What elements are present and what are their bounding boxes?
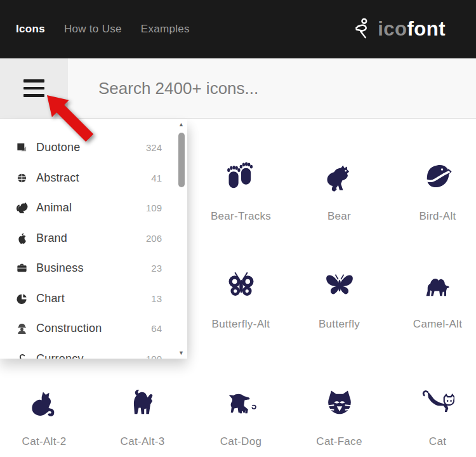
category-label: Chart — [36, 292, 140, 305]
hamburger-icon — [23, 79, 44, 83]
category-label: Animal — [36, 201, 140, 215]
sidebar-item-construction[interactable]: Construction 64 — [0, 314, 187, 344]
scroll-up-icon[interactable]: ▲ — [178, 120, 184, 129]
icon-label: Camel-Alt — [413, 318, 462, 331]
icon-label: Bear-Tracks — [211, 210, 271, 223]
icon-label: Cat — [429, 435, 446, 448]
sidebar-item-brand[interactable]: Brand 206 — [0, 223, 187, 254]
category-count: 100 — [140, 354, 162, 359]
search-input[interactable] — [68, 58, 476, 118]
icon-label: Cat-Alt-2 — [22, 435, 67, 448]
icon-tile-bear[interactable]: Bear — [290, 119, 388, 232]
category-count: 41 — [140, 173, 162, 183]
icon-label: Cat-Face — [316, 435, 362, 448]
category-label: Business — [36, 262, 140, 275]
bird-alt-icon — [421, 162, 454, 195]
icofont-logo[interactable]: icofont — [353, 17, 446, 42]
category-count: 324 — [140, 142, 162, 153]
category-label: Construction — [36, 322, 140, 335]
category-label: Abstract — [36, 171, 140, 185]
nav-link-icons[interactable]: Icons — [16, 23, 45, 36]
cat-dog-icon — [225, 387, 258, 420]
icon-label: Butterfly-Alt — [212, 318, 270, 331]
search-row — [0, 58, 476, 119]
cat-alt-3-icon — [126, 387, 159, 420]
butterfly-icon — [323, 270, 356, 303]
category-label: Currency — [36, 352, 140, 359]
category-count: 23 — [140, 263, 162, 274]
butterfly-alt-icon — [225, 270, 258, 303]
top-navbar: Icons How to Use Examples icofont — [0, 0, 476, 58]
sidebar-item-duotone[interactable]: Duotone 324 — [0, 133, 187, 163]
icofont-mascot-icon — [353, 17, 372, 42]
category-label: Brand — [36, 232, 140, 245]
scroll-down-icon[interactable]: ▼ — [178, 348, 184, 357]
category-list: Duotone 324 Abstract 41 Animal 109 Brand… — [0, 119, 187, 359]
icon-tile-bear-tracks[interactable]: Bear-Tracks — [192, 119, 290, 232]
icon-tile-butterfly-alt[interactable]: Butterfly-Alt — [192, 232, 290, 340]
bear-icon — [323, 162, 356, 195]
icon-label: Butterfly — [319, 318, 360, 331]
logo-prefix: ico — [378, 18, 407, 40]
dropdown-scrollbar[interactable]: ▲ ▼ — [177, 120, 185, 357]
worker-icon — [16, 322, 28, 334]
abstract-icon — [16, 172, 28, 184]
duotone-icon — [16, 142, 28, 154]
scrollbar-thumb[interactable] — [178, 133, 185, 187]
icon-tile-cat[interactable]: Cat — [388, 340, 476, 457]
logo-suffix: font — [407, 18, 446, 40]
scrollbar-track[interactable] — [178, 129, 185, 348]
category-menu-button[interactable] — [0, 58, 68, 118]
briefcase-icon — [16, 262, 28, 274]
sidebar-item-abstract[interactable]: Abstract 41 — [0, 163, 187, 194]
bear-tracks-icon — [225, 162, 258, 195]
cat-alt-2-icon — [28, 387, 61, 420]
category-dropdown: Duotone 324 Abstract 41 Animal 109 Brand… — [0, 119, 187, 359]
icon-tile-cat-face[interactable]: Cat-Face — [290, 340, 388, 457]
squirrel-icon — [16, 202, 28, 214]
icon-label: Cat-Alt-3 — [121, 435, 165, 448]
apple-logo-icon — [16, 232, 28, 244]
nav-link-how-to-use[interactable]: How to Use — [64, 23, 122, 36]
icon-label: Bird-Alt — [419, 210, 456, 223]
cat-face-icon — [323, 387, 356, 420]
category-count: 206 — [140, 233, 162, 244]
sidebar-item-animal[interactable]: Animal 109 — [0, 193, 187, 223]
camel-alt-icon — [421, 270, 454, 303]
pound-icon — [16, 353, 28, 359]
icon-tile-camel-alt[interactable]: Camel-Alt — [388, 232, 476, 340]
icon-tile-butterfly[interactable]: Butterfly — [290, 232, 388, 340]
category-count: 64 — [140, 323, 162, 334]
category-count: 13 — [140, 293, 162, 304]
category-label: Duotone — [36, 141, 140, 154]
logo-wordmark: icofont — [378, 18, 446, 41]
cat-icon — [421, 387, 454, 420]
icon-tile-bird-alt[interactable]: Bird-Alt — [388, 119, 476, 232]
icon-label: Cat-Dog — [220, 435, 261, 448]
sidebar-item-currency[interactable]: Currency 100 — [0, 344, 187, 359]
category-count: 109 — [140, 202, 162, 213]
icon-label: Bear — [327, 210, 351, 223]
sidebar-item-chart[interactable]: Chart 13 — [0, 284, 187, 314]
icon-tile-cat-dog[interactable]: Cat-Dog — [192, 340, 290, 457]
pie-chart-icon — [16, 293, 28, 305]
main-nav: Icons How to Use Examples — [16, 23, 190, 36]
nav-link-examples[interactable]: Examples — [141, 23, 190, 36]
sidebar-item-business[interactable]: Business 23 — [0, 253, 187, 284]
